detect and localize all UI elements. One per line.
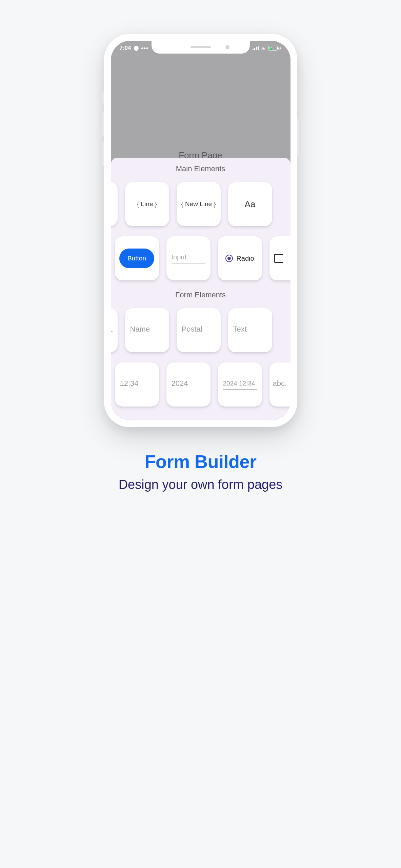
- battery-icon: 37: [268, 46, 278, 51]
- radio-label: Radio: [236, 255, 254, 262]
- marketing-subline: Design your own form pages: [119, 477, 283, 492]
- form-field-card-name[interactable]: Name: [125, 308, 169, 352]
- main-elements-row-1[interactable]: 1 { Line } { New Line } Aa: [111, 182, 290, 226]
- wifi-icon: [261, 46, 266, 50]
- phone-screen: 7:04 ••• 37 ⚡︎ Form Page Main Elements 1: [111, 41, 290, 420]
- phone-side-button: [297, 119, 299, 156]
- form-field-label: 2024: [172, 379, 205, 390]
- element-line-label: { Line }: [137, 200, 157, 208]
- phone-speaker: [191, 46, 211, 48]
- element-card-line[interactable]: { Line }: [125, 182, 169, 226]
- phone-frame: 7:04 ••• 37 ⚡︎ Form Page Main Elements 1: [104, 34, 297, 427]
- phone-side-button: [102, 92, 104, 103]
- phone-side-button: [102, 142, 104, 166]
- radio-icon: [225, 255, 233, 262]
- form-field-label: abc.: [273, 379, 286, 390]
- element-card-button[interactable]: Button: [115, 236, 159, 280]
- form-field-label: Text: [233, 325, 267, 336]
- form-field-card-text[interactable]: Text: [228, 308, 272, 352]
- checkbox-icon: [274, 254, 283, 263]
- status-time: 7:04: [120, 45, 131, 52]
- form-page-preview: Form Page: [111, 41, 290, 163]
- form-field-card-datetime[interactable]: 2024 12:34: [218, 362, 262, 407]
- form-field-label: Postal: [182, 325, 216, 336]
- element-card-checkbox[interactable]: [269, 236, 290, 280]
- element-card-number[interactable]: 1: [111, 182, 118, 226]
- charging-icon: ⚡︎: [279, 46, 282, 51]
- main-elements-heading: Main Elements: [111, 164, 290, 173]
- phone-notch: [152, 41, 250, 54]
- element-card-newline[interactable]: { New Line }: [177, 182, 221, 226]
- form-field-card-time[interactable]: 12:34: [115, 362, 159, 407]
- marketing-headline: Form Builder: [144, 451, 256, 472]
- phone-side-button: [102, 112, 104, 136]
- cellular-icon: [253, 46, 259, 50]
- form-elements-row-2[interactable]: 12:34 2024 2024 12:34 abc.: [115, 362, 290, 407]
- form-field-card-abc[interactable]: abc.: [269, 362, 290, 407]
- form-field-label: [111, 329, 113, 332]
- form-field-card-postal[interactable]: Postal: [177, 308, 221, 352]
- form-field-label: 2024 12:34: [223, 380, 257, 390]
- elements-sheet[interactable]: Main Elements 1 { Line } { New Line } Aa…: [111, 158, 290, 420]
- main-elements-row-2[interactable]: Button Input Radio: [115, 236, 290, 280]
- element-card-radio[interactable]: Radio: [218, 236, 262, 280]
- element-newline-label: { New Line }: [181, 200, 216, 208]
- chat-icon: [133, 45, 140, 52]
- form-elements-row-1[interactable]: Name Postal Text: [111, 308, 290, 352]
- button-preview: Button: [119, 249, 154, 268]
- phone-camera: [225, 45, 229, 49]
- form-field-card-year[interactable]: 2024: [166, 362, 210, 407]
- form-elements-heading: Form Elements: [111, 291, 290, 299]
- form-field-label: Name: [130, 325, 164, 336]
- form-field-label: 12:34: [120, 379, 154, 390]
- more-icon: •••: [141, 45, 149, 51]
- element-aa-label: Aa: [245, 199, 256, 210]
- element-card-text[interactable]: Aa: [228, 182, 272, 226]
- battery-percent: 37: [269, 47, 272, 50]
- form-field-card[interactable]: [111, 308, 118, 352]
- input-preview: Input: [172, 253, 205, 263]
- element-card-input[interactable]: Input: [166, 236, 210, 280]
